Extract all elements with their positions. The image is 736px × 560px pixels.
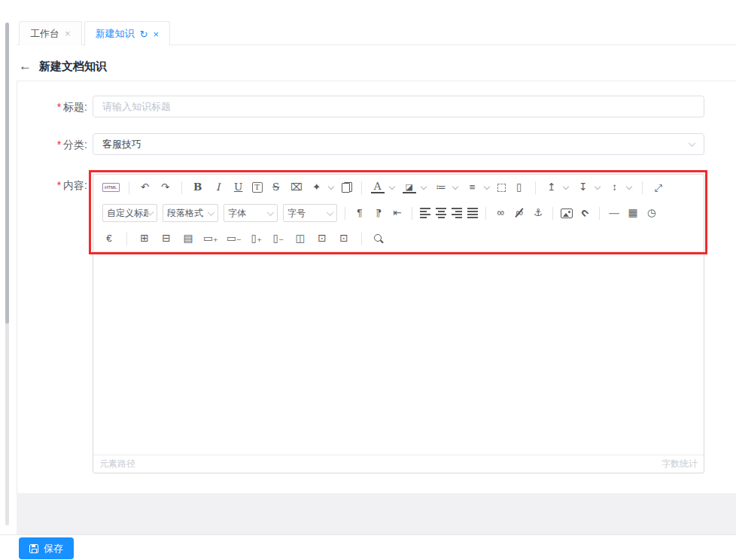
caret-down-icon[interactable] bbox=[484, 181, 491, 194]
caret-down-icon[interactable] bbox=[626, 181, 633, 194]
editor-toolbar: HTML↶↷BIUTS⌧✦A◪≔≡▯↥↧↕⤢ 自定义标题 段落格式 字体 字号 bbox=[93, 175, 704, 252]
format-eraser-icon[interactable]: ⌧ bbox=[290, 180, 303, 195]
redo-icon[interactable]: ↷ bbox=[159, 180, 172, 195]
insert-row-icon[interactable]: ▭₊ bbox=[203, 231, 218, 246]
font-color-icon[interactable]: A bbox=[371, 181, 385, 193]
caret-down-icon[interactable] bbox=[595, 181, 601, 194]
paragraph-space-after-icon[interactable]: ↧ bbox=[576, 180, 590, 195]
fullscreen-icon[interactable]: ⤢ bbox=[652, 180, 665, 195]
blank-page-icon[interactable]: ▯ bbox=[512, 180, 526, 195]
editor-status-bar: 元素路径 字数统计 bbox=[93, 455, 704, 473]
toolbar-divider bbox=[361, 233, 362, 245]
chevron-down-icon bbox=[689, 139, 696, 147]
align-right-icon[interactable] bbox=[452, 208, 462, 218]
save-label: 保存 bbox=[44, 542, 63, 555]
unordered-list-icon[interactable]: ≡ bbox=[466, 180, 479, 195]
toolbar-divider bbox=[361, 181, 362, 194]
form-card: *标题: *分类: 客服技巧 *内容: HTML↶↷BIUTS⌧✦A◪≔≡▯↥↧… bbox=[17, 81, 736, 493]
first-line-indent-icon[interactable]: ⇤ bbox=[391, 205, 404, 221]
horizontal-rule-icon[interactable]: — bbox=[607, 205, 621, 221]
line-height-icon[interactable]: ↕ bbox=[608, 180, 622, 195]
delete-column-icon[interactable]: ▯₋ bbox=[272, 231, 285, 246]
editor-content-area[interactable] bbox=[93, 252, 704, 454]
caret-down-icon[interactable] bbox=[389, 181, 396, 194]
back-arrow-icon[interactable]: ← bbox=[19, 59, 32, 74]
toolbar-row-2: 自定义标题 段落格式 字体 字号 ¶¶⇤∞∞⚓∪—▦◷ bbox=[93, 200, 704, 226]
align-justify-icon[interactable] bbox=[467, 208, 478, 218]
save-icon bbox=[29, 544, 38, 553]
html-source-icon[interactable]: HTML bbox=[102, 183, 120, 192]
dashed-border-icon[interactable] bbox=[497, 184, 506, 192]
tab-workbench[interactable]: 工作台 × bbox=[19, 21, 82, 45]
font-size-select[interactable]: 字号 bbox=[283, 204, 337, 222]
insert-image-icon[interactable] bbox=[561, 208, 573, 218]
toolbar-divider bbox=[642, 181, 643, 194]
delete-table-icon[interactable]: ⊟ bbox=[160, 231, 173, 246]
delete-row-icon[interactable]: ▭₋ bbox=[227, 231, 242, 246]
paragraph-space-before-icon[interactable]: ↥ bbox=[545, 180, 558, 195]
save-button[interactable]: 保存 bbox=[19, 537, 74, 559]
toolbar-divider bbox=[412, 207, 412, 220]
ordered-list-icon[interactable]: ≔ bbox=[434, 180, 448, 195]
page-title: 新建文档知识 bbox=[39, 59, 107, 74]
toolbar-divider bbox=[181, 181, 182, 194]
insert-column-icon[interactable]: ▯₊ bbox=[250, 231, 263, 246]
page-background-strip bbox=[17, 493, 736, 534]
unlink-icon[interactable]: ∞ bbox=[512, 205, 526, 221]
attachment-icon[interactable]: ∪ bbox=[575, 203, 595, 224]
tab-label: 新建知识 bbox=[96, 27, 135, 41]
caret-down-icon[interactable] bbox=[452, 181, 459, 194]
undo-icon[interactable]: ↶ bbox=[138, 180, 152, 195]
split-cell-icon[interactable]: ◫ bbox=[293, 231, 307, 246]
toolbar-divider bbox=[535, 181, 536, 194]
chevron-down-icon bbox=[327, 208, 334, 216]
table-header-icon[interactable]: ▤ bbox=[181, 231, 195, 246]
close-icon[interactable]: × bbox=[65, 28, 71, 39]
font-family-select[interactable]: 字体 bbox=[224, 204, 278, 222]
toolbar-divider bbox=[129, 181, 129, 194]
link-icon[interactable]: ∞ bbox=[494, 205, 507, 221]
date-icon[interactable]: ▦ bbox=[626, 205, 640, 221]
paragraph-format-select[interactable]: 段落格式 bbox=[163, 204, 218, 222]
background-color-icon[interactable]: ◪ bbox=[403, 182, 416, 193]
category-value: 客服技巧 bbox=[102, 138, 141, 151]
custom-heading-select[interactable]: 自定义标题 bbox=[102, 204, 157, 222]
text-box-icon[interactable]: T bbox=[252, 182, 263, 193]
strikethrough-icon[interactable]: S bbox=[269, 180, 283, 195]
search-replace-icon[interactable] bbox=[373, 233, 385, 245]
element-path-label: 元素路径 bbox=[99, 458, 135, 470]
left-scrollbar[interactable] bbox=[5, 23, 9, 525]
underline-icon[interactable]: U bbox=[232, 180, 245, 195]
category-select[interactable]: 客服技巧 bbox=[93, 133, 704, 155]
caret-down-icon[interactable] bbox=[421, 181, 427, 194]
align-left-icon[interactable] bbox=[420, 208, 430, 218]
caret-down-icon[interactable] bbox=[328, 181, 335, 194]
rtl-paragraph-icon[interactable]: ¶ bbox=[372, 205, 385, 221]
time-icon[interactable]: ◷ bbox=[645, 205, 658, 221]
align-center-icon[interactable] bbox=[436, 208, 446, 218]
insert-table-icon[interactable]: ⊞ bbox=[138, 231, 151, 246]
refresh-icon[interactable]: ↻ bbox=[140, 29, 148, 40]
title-input[interactable] bbox=[93, 96, 704, 117]
toolbar-row-3: €⊞⊟▤▭₊▭₋▯₊▯₋◫⊡⊡ bbox=[93, 226, 704, 251]
toolbar-divider bbox=[599, 207, 600, 220]
toolbar-divider bbox=[485, 207, 486, 220]
tab-new-knowledge[interactable]: 新建知识 ↻ × bbox=[84, 21, 171, 46]
ltr-paragraph-icon[interactable]: ¶ bbox=[353, 205, 366, 221]
autotypeset-icon[interactable]: ✦ bbox=[310, 180, 324, 195]
bold-icon[interactable]: B bbox=[191, 180, 205, 195]
toolbar-row-1: HTML↶↷BIUTS⌧✦A◪≔≡▯↥↧↕⤢ bbox=[93, 175, 704, 200]
title-label: *标题: bbox=[17, 101, 87, 114]
category-label: *分类: bbox=[17, 138, 87, 152]
merge-right-icon[interactable]: ⊡ bbox=[315, 231, 329, 246]
italic-icon[interactable]: I bbox=[211, 180, 225, 195]
scrollbar-thumb[interactable] bbox=[5, 23, 9, 324]
special-char-icon[interactable]: € bbox=[102, 231, 116, 246]
close-icon[interactable]: × bbox=[154, 29, 160, 40]
content-label: *内容: bbox=[17, 179, 87, 193]
merge-down-icon[interactable]: ⊡ bbox=[337, 231, 351, 246]
required-mark: * bbox=[57, 138, 61, 151]
anchor-icon[interactable]: ⚓ bbox=[531, 205, 545, 221]
caret-down-icon[interactable] bbox=[563, 181, 570, 194]
paste-icon[interactable] bbox=[342, 182, 352, 193]
